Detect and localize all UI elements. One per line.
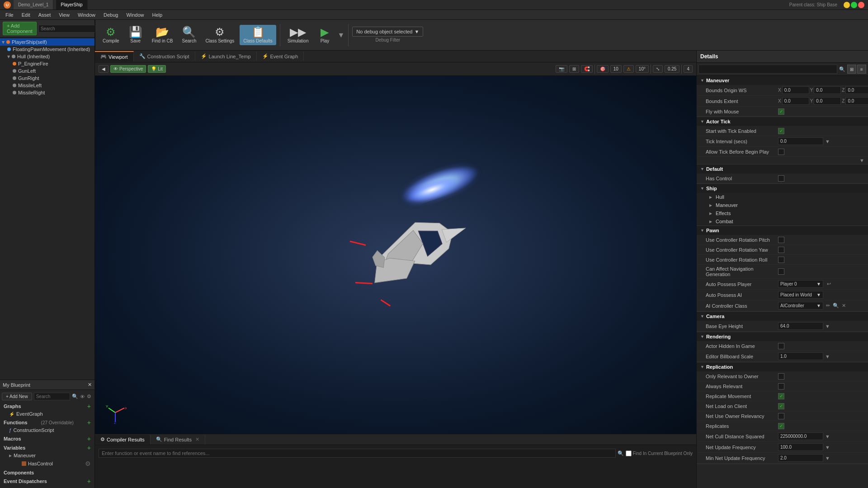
tree-item-missileright[interactable]: MissileRight: [0, 89, 94, 96]
section-replication-header[interactable]: ▼ Replication: [697, 362, 868, 371]
bp-eventgraph-item[interactable]: ⚡ EventGraph: [2, 410, 93, 418]
tab-construction[interactable]: 🔧 Construction Script: [134, 52, 195, 61]
find-in-cb-button[interactable]: 📂 Find in CB: [148, 25, 177, 45]
find-checkbox[interactable]: [626, 450, 632, 456]
menu-view[interactable]: View: [55, 11, 73, 19]
bp-constructionscript-item[interactable]: ƒ ConstructionScript: [2, 427, 93, 434]
play-button[interactable]: ▶ Play: [314, 25, 335, 45]
list-view-button[interactable]: ≡: [857, 65, 866, 74]
bp-functions-add-icon[interactable]: +: [87, 419, 91, 426]
perspective-btn[interactable]: 👁 Perspective: [110, 65, 146, 73]
bp-macros-add-icon[interactable]: +: [87, 436, 91, 442]
vp-scale-val[interactable]: 0.25: [665, 65, 679, 73]
bp-settings-icon[interactable]: ⚙: [87, 394, 91, 399]
compiler-results-tab[interactable]: ⚙ Compiler Results: [95, 435, 151, 444]
find-search-icon[interactable]: 🔍: [618, 450, 624, 456]
fly-with-mouse-checkbox[interactable]: [778, 108, 784, 115]
bounds-origin-x[interactable]: [782, 86, 809, 94]
ship-hull-item[interactable]: ▶ Hull: [697, 193, 868, 201]
bp-section-header-variables[interactable]: Variables +: [2, 444, 93, 452]
find-references-input[interactable]: [99, 449, 616, 458]
bp-section-header-macros[interactable]: Macros +: [2, 435, 93, 443]
ai-controller-edit-btn[interactable]: ✏: [825, 302, 831, 309]
tab-playership[interactable]: PlayerShip: [56, 0, 87, 9]
auto-possess-ai-dropdown[interactable]: Placed in World ▼: [778, 291, 823, 299]
bp-dispatchers-add-icon[interactable]: +: [87, 478, 91, 484]
bp-search-input[interactable]: [34, 393, 70, 400]
tab-launch-line[interactable]: ⚡ Launch Line_Temp: [195, 52, 257, 61]
vp-camera-btn[interactable]: 📷: [556, 65, 567, 73]
close-button[interactable]: [858, 2, 864, 8]
tree-item-gunleft[interactable]: GunLeft: [0, 67, 94, 75]
bp-filter-icon[interactable]: 👁: [80, 394, 85, 399]
section-pawn-header[interactable]: ▼ Pawn: [697, 226, 868, 235]
base-eye-height-input[interactable]: [778, 322, 823, 330]
actor-hidden-checkbox[interactable]: [778, 343, 784, 349]
minimize-button[interactable]: [844, 2, 850, 8]
class-settings-button[interactable]: ⚙ Class Settings: [202, 25, 238, 45]
ai-controller-dropdown[interactable]: AIController ▼: [778, 302, 823, 310]
auto-possess-player-reset-icon[interactable]: ↩: [827, 281, 831, 287]
min-net-update-input[interactable]: [778, 454, 823, 462]
lit-btn[interactable]: 💡 Lit: [148, 65, 166, 73]
net-update-input[interactable]: [778, 443, 823, 451]
net-load-checkbox[interactable]: [778, 403, 784, 409]
menu-edit[interactable]: Edit: [18, 11, 34, 19]
section-maneuver-header[interactable]: ▼ Maneuver: [697, 76, 868, 85]
viewport[interactable]: X Y Z: [95, 76, 696, 434]
vp-scale-icon[interactable]: ⤡: [653, 65, 663, 73]
play-dropdown-icon[interactable]: ▼: [337, 31, 344, 39]
ai-controller-browse-btn[interactable]: 🔍: [832, 302, 840, 309]
save-button[interactable]: 💾 Save: [125, 25, 146, 45]
tab-event-graph[interactable]: ⚡ Event Graph: [257, 52, 304, 61]
section-actor-tick-header[interactable]: ▼ Actor Tick: [697, 117, 868, 126]
replicates-checkbox[interactable]: [778, 423, 784, 429]
bounds-origin-z[interactable]: [845, 86, 868, 94]
vp-fov-btn[interactable]: 🎯: [597, 65, 609, 73]
bp-section-header-components[interactable]: Components: [2, 469, 93, 476]
ship-effects-item[interactable]: ▶ Effects: [697, 209, 868, 217]
maximize-button[interactable]: [851, 2, 857, 8]
menu-window[interactable]: Window: [74, 11, 99, 19]
net-cull-input[interactable]: [778, 432, 823, 440]
use-ctrl-yaw-checkbox[interactable]: [778, 247, 784, 253]
debug-dropdown[interactable]: No debug object selected ▼: [352, 27, 423, 37]
menu-file[interactable]: File: [2, 11, 17, 19]
find-results-close[interactable]: ✕: [195, 436, 199, 442]
tree-item-gunright[interactable]: GunRight: [0, 75, 94, 82]
blueprint-header[interactable]: My Blueprint ✕: [0, 380, 94, 390]
auto-possess-player-dropdown[interactable]: Player 0 ▼: [778, 280, 823, 288]
tree-item-hull[interactable]: ▶ Hull (Inherited): [0, 53, 94, 60]
search-button[interactable]: 🔍 Search: [178, 25, 200, 45]
menu-asset[interactable]: Asset: [35, 11, 55, 19]
bp-add-new-button[interactable]: + Add New: [2, 393, 32, 400]
tab-demo-level[interactable]: Demo_Level_1: [14, 0, 53, 9]
class-defaults-button[interactable]: 📋 Class Defaults: [240, 25, 276, 45]
start-with-tick-checkbox[interactable]: [778, 128, 784, 134]
simulation-button[interactable]: ▶▶ Simulation: [284, 25, 312, 45]
details-search-icon[interactable]: 🔍: [839, 66, 845, 72]
only-relevant-checkbox[interactable]: [778, 373, 784, 380]
bp-variables-add-icon[interactable]: +: [87, 445, 91, 451]
vp-warn-btn[interactable]: ⚠: [623, 65, 634, 73]
menu-debug[interactable]: Debug: [100, 11, 122, 19]
add-component-button[interactable]: + Add Component: [3, 22, 37, 35]
bounds-extent-z[interactable]: [845, 97, 868, 105]
details-search-input[interactable]: [698, 65, 837, 74]
tree-item-missileleft[interactable]: MissileLeft: [0, 82, 94, 89]
bp-section-header-graphs[interactable]: Graphs +: [2, 402, 93, 410]
vp-num1-btn[interactable]: 10: [610, 65, 622, 73]
components-search-input[interactable]: [38, 25, 100, 33]
bp-hascontrol-var-item[interactable]: HasControl ⚙: [2, 459, 93, 468]
vp-grid-btn[interactable]: ⊞: [569, 65, 579, 73]
replicate-movement-checkbox[interactable]: [778, 393, 784, 399]
tick-expand-icon[interactable]: ▼: [859, 158, 864, 163]
bp-section-header-functions[interactable]: Functions (27 Overridable) +: [2, 418, 93, 427]
grid-view-button[interactable]: ⊞: [847, 65, 856, 74]
compile-button[interactable]: ⚙ Compile: [99, 25, 123, 45]
ship-combat-item[interactable]: ▶ Combat: [697, 217, 868, 225]
menu-help[interactable]: Help: [149, 11, 166, 19]
bounds-extent-x[interactable]: [782, 97, 809, 105]
tick-interval-input[interactable]: [778, 137, 823, 145]
find-results-tab[interactable]: 🔍 Find Results ✕: [151, 435, 205, 444]
